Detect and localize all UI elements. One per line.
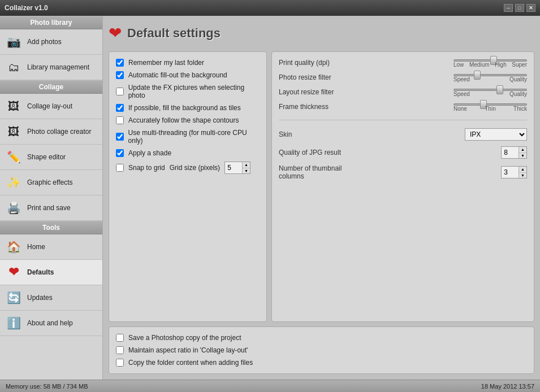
photo-resize-label: Photo resize filter (279, 73, 331, 81)
sidebar-item-label: Home (27, 243, 45, 251)
panels-row: Remember my last folder Automatic fill-o… (109, 51, 534, 322)
sidebar-item-add-photos[interactable]: 📷 Add photos (0, 29, 102, 55)
checkbox-apply-shade: Apply a shade (116, 149, 260, 157)
thumbnail-columns-down-button[interactable]: ▼ (519, 173, 526, 178)
print-save-icon: 🖨️ (5, 199, 23, 217)
update-fx-label: Update the FX pictures when selecting ph… (128, 84, 260, 99)
frame-thickness-group: Frame thickness None Thin Thick (279, 103, 527, 112)
home-icon: 🏠 (5, 238, 23, 256)
checkbox-snap-to-grid: Snap to grid Grid size (pixels) ▲ ▼ (116, 162, 260, 174)
sidebar-item-label: About and help (27, 319, 73, 327)
grid-size-input[interactable] (225, 162, 242, 173)
minimize-button[interactable]: ─ (504, 4, 513, 12)
jpg-quality-spinner[interactable]: ▲ ▼ (501, 146, 527, 159)
sidebar: Photo library 📷 Add photos 🗂 Library man… (0, 16, 103, 380)
defaults-icon: ❤ (5, 263, 23, 281)
sidebar-item-collage-layout[interactable]: 🖼 Collage lay-out (0, 94, 102, 119)
checkbox-save-photoshop: Save a Photoshop copy of the project (116, 334, 527, 342)
memory-status: Memory use: 58 MB / 734 MB (6, 383, 88, 390)
layout-resize-group: Layout resize filter Speed Quality (279, 88, 527, 97)
jpg-quality-input[interactable] (502, 147, 519, 158)
app-title: Collaizer v1.0 (5, 4, 48, 12)
sidebar-item-graphic-effects[interactable]: ✨ Graphic effects (0, 170, 102, 195)
remember-last-folder-label: Remember my last folder (128, 59, 204, 67)
print-quality-labels: Low Medium High Super (453, 62, 527, 68)
sidebar-item-shape-editor[interactable]: ✏️ Shape editor (0, 145, 102, 170)
multithreading-label: Use multi-threading (for multi-core CPU … (128, 129, 260, 145)
grid-size-spin-buttons: ▲ ▼ (242, 162, 250, 173)
frame-thickness-label: Frame thickness (279, 103, 329, 111)
datetime-status: 18 May 2012 13:57 (481, 383, 534, 390)
sidebar-item-label: Defaults (27, 268, 54, 276)
fill-tiles-checkbox[interactable] (116, 104, 124, 112)
frame-thickness-labels: None Thin Thick (453, 106, 527, 112)
checkbox-remember-last-folder: Remember my last folder (116, 59, 260, 67)
shape-editor-icon: ✏️ (5, 148, 23, 166)
sidebar-item-updates[interactable]: 🔄 Updates (0, 285, 102, 311)
save-photoshop-checkbox[interactable] (116, 334, 124, 342)
grid-size-up-button[interactable]: ▲ (243, 162, 250, 168)
checkbox-multithreading: Use multi-threading (for multi-core CPU … (116, 129, 260, 145)
auto-fill-checkbox[interactable] (116, 71, 124, 79)
update-fx-checkbox[interactable] (116, 88, 124, 95)
jpg-quality-up-button[interactable]: ▲ (519, 147, 526, 153)
remember-last-folder-checkbox[interactable] (116, 59, 124, 67)
panel-divider (279, 120, 527, 120)
frame-thickness-track: None Thin Thick (453, 103, 527, 112)
about-icon: ℹ️ (5, 314, 23, 332)
updates-icon: 🔄 (5, 289, 23, 307)
layout-resize-row: Layout resize filter Speed Quality (279, 88, 527, 97)
apply-shade-checkbox[interactable] (116, 149, 124, 157)
thumbnail-columns-spinner[interactable]: ▲ ▼ (501, 166, 527, 178)
header-heart-icon: ❤ (109, 24, 122, 42)
jpg-quality-down-button[interactable]: ▼ (519, 153, 526, 159)
add-photos-icon: 📷 (5, 33, 23, 51)
grid-size-spinner[interactable]: ▲ ▼ (224, 162, 250, 174)
sidebar-item-defaults[interactable]: ❤ Defaults (0, 260, 102, 285)
photo-collage-icon: 🖼 (5, 123, 23, 141)
app-container: Photo library 📷 Add photos 🗂 Library man… (0, 16, 540, 392)
thumbnail-columns-spin-buttons: ▲ ▼ (519, 167, 526, 178)
status-bar: Memory use: 58 MB / 734 MB 18 May 2012 1… (0, 380, 540, 392)
thumbnail-columns-up-button[interactable]: ▲ (519, 167, 526, 173)
photo-resize-labels: Speed Quality (453, 76, 527, 82)
jpg-quality-spin-buttons: ▲ ▼ (519, 147, 526, 158)
snap-to-grid-label: Snap to grid (128, 164, 165, 172)
right-panel: Print quality (dpi) Low Medium High Supe… (271, 51, 534, 322)
sidebar-item-home[interactable]: 🏠 Home (0, 234, 102, 260)
save-photoshop-label: Save a Photoshop copy of the project (128, 334, 241, 342)
sidebar-item-print-save[interactable]: 🖨️ Print and save (0, 195, 102, 221)
sidebar-item-label: Shape editor (27, 153, 66, 161)
multithreading-checkbox[interactable] (116, 133, 124, 141)
layout-resize-labels: Speed Quality (453, 91, 527, 97)
photo-resize-group: Photo resize filter Speed Quality (279, 73, 527, 82)
checkbox-update-fx: Update the FX pictures when selecting ph… (116, 84, 260, 99)
follow-contours-label: Accurately follow the shape contours (128, 116, 239, 124)
snap-to-grid-checkbox[interactable] (116, 164, 124, 172)
grid-size-down-button[interactable]: ▼ (243, 168, 250, 174)
section-tools: Tools (0, 221, 102, 234)
thumbnail-columns-input[interactable] (502, 167, 519, 178)
copy-folder-label: Copy the folder content when adding file… (128, 359, 253, 367)
thumbnail-columns-label: Number of thumbnail columns (279, 164, 347, 180)
copy-folder-checkbox[interactable] (116, 359, 124, 367)
fill-tiles-label: If possible, fill the background as tile… (128, 104, 241, 112)
layout-resize-track: Speed Quality (453, 89, 527, 97)
sidebar-item-photo-collage-creator[interactable]: 🖼 Photo collage creator (0, 119, 102, 145)
grid-size-label: Grid size (pixels) (170, 164, 220, 172)
thumbnail-columns-row: Number of thumbnail columns ▲ ▼ (279, 164, 527, 180)
checkbox-auto-fill: Automatic fill-out the background (116, 71, 260, 79)
checkbox-copy-folder: Copy the folder content when adding file… (116, 359, 527, 367)
sidebar-item-library-management[interactable]: 🗂 Library management (0, 55, 102, 80)
follow-contours-checkbox[interactable] (116, 116, 124, 124)
library-management-icon: 🗂 (5, 58, 23, 76)
maintain-aspect-checkbox[interactable] (116, 346, 124, 354)
window-controls: ─ □ ✕ (504, 4, 535, 12)
maintain-aspect-label: Maintain aspect ratio in 'Collage lay-ou… (128, 346, 248, 354)
close-button[interactable]: ✕ (526, 4, 535, 12)
skin-select[interactable]: IPX Default Classic (465, 128, 527, 141)
sidebar-item-about[interactable]: ℹ️ About and help (0, 311, 102, 336)
photo-resize-row: Photo resize filter Speed Quality (279, 73, 527, 82)
maximize-button[interactable]: □ (515, 4, 524, 12)
sidebar-item-label: Add photos (27, 38, 62, 46)
